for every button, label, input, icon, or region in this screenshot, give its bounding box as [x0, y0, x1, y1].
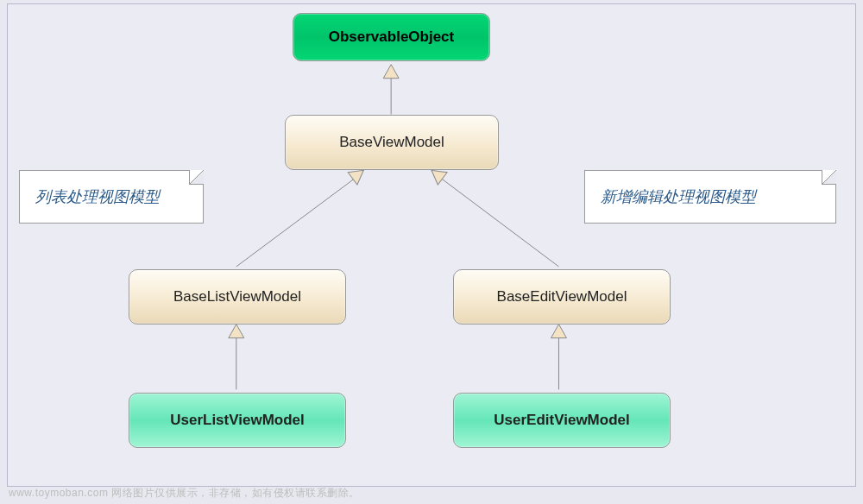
class-user-list-view-model: UserListViewModel [129, 393, 346, 448]
class-observable-object: ObservableObject [293, 13, 490, 61]
class-base-edit-view-model: BaseEditViewModel [453, 269, 671, 324]
diagram-canvas: ObservableObject BaseViewModel 列表处理视图模型 … [7, 3, 856, 487]
class-base-view-model: BaseViewModel [285, 115, 499, 170]
footer-watermark: www.toymoban.com 网络图片仅供展示，非存储，如有侵权请联系删除。 [9, 486, 360, 501]
note-list-view-model: 列表处理视图模型 [19, 170, 204, 224]
svg-line-1 [236, 176, 357, 267]
class-base-list-view-model: BaseListViewModel [129, 269, 346, 324]
svg-line-2 [438, 176, 559, 267]
class-user-edit-view-model: UserEditViewModel [453, 393, 671, 448]
note-edit-view-model: 新增编辑处理视图模型 [584, 170, 836, 224]
